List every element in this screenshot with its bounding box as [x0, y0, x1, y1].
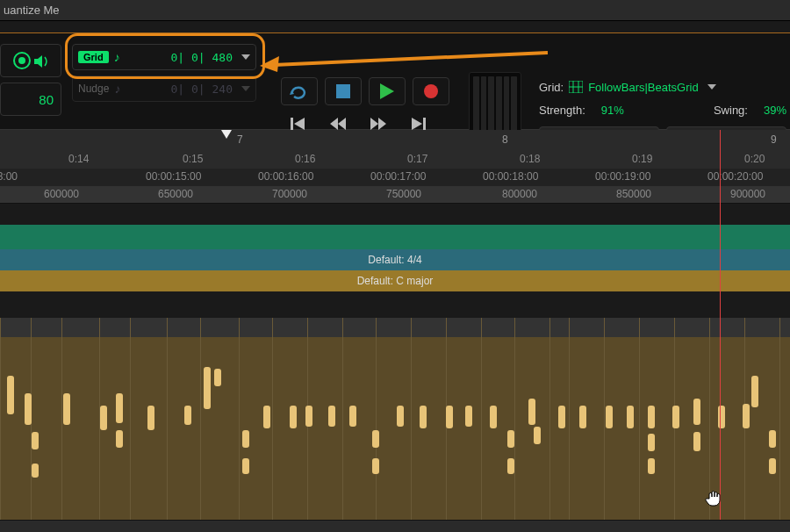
grid-mode-value[interactable]: FollowBars|BeatsGrid [588, 81, 698, 94]
midi-note[interactable] [116, 393, 123, 423]
loop-marker-icon[interactable] [221, 130, 232, 139]
speaker-icon[interactable] [32, 54, 48, 67]
midi-note[interactable] [63, 393, 70, 425]
grid-line [0, 318, 1, 520]
time-signature-track[interactable]: Default: 4/4 [0, 249, 790, 270]
midi-note[interactable] [751, 376, 758, 407]
level-meter [469, 72, 521, 137]
midi-note[interactable] [534, 427, 541, 444]
midi-note[interactable] [305, 406, 312, 427]
timecode-ruler[interactable]: 0:13:0000:00:15:0000:00:16:0000:00:17:00… [0, 169, 790, 186]
midi-note[interactable] [290, 406, 297, 428]
seconds-ruler[interactable]: 0:140:150:160:170:180:190:20 [0, 151, 790, 169]
midi-note[interactable] [397, 406, 404, 427]
grid-line [639, 318, 640, 520]
midi-note[interactable] [242, 430, 249, 448]
grid-line [200, 318, 201, 520]
status-bar [0, 520, 790, 532]
midi-note[interactable] [204, 367, 211, 409]
track-gap [0, 291, 790, 318]
midi-note[interactable] [328, 406, 335, 427]
midi-note[interactable] [693, 399, 700, 425]
midi-note[interactable] [693, 432, 700, 451]
midi-note[interactable] [648, 406, 655, 428]
loop-button[interactable] [281, 77, 318, 105]
midi-note[interactable] [100, 406, 107, 430]
midi-note[interactable] [372, 458, 379, 474]
midi-note[interactable] [263, 406, 270, 428]
grid-line [779, 318, 780, 520]
midi-note[interactable] [32, 432, 39, 449]
midi-note[interactable] [465, 406, 472, 427]
chevron-down-icon[interactable] [707, 84, 716, 90]
track-lane-green[interactable] [0, 225, 790, 249]
click-icon[interactable] [13, 52, 31, 69]
midi-note[interactable] [349, 406, 356, 427]
midi-note[interactable] [579, 406, 586, 428]
chevron-down-icon [241, 54, 250, 60]
midi-note[interactable] [446, 406, 453, 428]
svg-rect-0 [336, 84, 350, 98]
click-speaker-row [0, 44, 61, 77]
midi-note[interactable] [147, 406, 154, 430]
midi-header [0, 318, 790, 337]
bar-ruler[interactable]: 789 [0, 130, 790, 151]
tempo-value: 80 [39, 92, 54, 107]
play-button[interactable] [369, 77, 406, 105]
grid-selector[interactable]: Grid ♪ 0| 0| 480 [72, 44, 256, 70]
note-icon: ♪ [114, 82, 120, 96]
grid-label: Grid [78, 51, 109, 63]
midi-note[interactable] [507, 458, 514, 474]
midi-note[interactable] [648, 434, 655, 451]
record-button[interactable] [413, 77, 449, 105]
bar-number: 8 [502, 133, 508, 146]
midi-note[interactable] [672, 406, 679, 428]
strength-label: Strength: [539, 104, 585, 117]
midi-note[interactable] [420, 406, 427, 428]
midi-note[interactable] [627, 406, 634, 428]
grid-icon[interactable] [569, 81, 583, 93]
midi-note[interactable] [372, 430, 379, 448]
grid-line [342, 318, 343, 520]
grid-line [239, 318, 240, 520]
stop-button[interactable] [325, 77, 362, 105]
strength-value[interactable]: 91% [601, 104, 624, 117]
grid-line [514, 318, 515, 520]
midi-note[interactable] [648, 458, 655, 474]
midi-note[interactable] [116, 430, 123, 448]
midi-note[interactable] [769, 458, 776, 474]
window-title: uantize Me [0, 0, 790, 21]
bar-number: 7 [237, 133, 243, 146]
bar-number: 9 [771, 133, 777, 146]
midi-note[interactable] [528, 399, 535, 425]
swing-value[interactable]: 39% [764, 104, 786, 117]
midi-note[interactable] [606, 406, 613, 428]
nudge-selector[interactable]: Nudge ♪ 0| 0| 240 [72, 75, 256, 102]
midi-note[interactable] [214, 369, 221, 386]
midi-note[interactable] [490, 406, 497, 428]
transport-controls [281, 77, 449, 105]
samples-ruler[interactable]: 6000006500007000007500008000008500009000… [0, 186, 790, 204]
midi-note[interactable] [507, 430, 514, 448]
grid-line [569, 318, 570, 520]
midi-note[interactable] [558, 406, 565, 428]
nudge-value: 0| 0| 240 [171, 83, 233, 96]
timeline-ruler[interactable]: 789 0:140:150:160:170:180:190:20 0:13:00… [0, 130, 790, 204]
key-track[interactable]: Default: C major [0, 270, 790, 291]
timecode-label: 00:00:18:00 [483, 170, 538, 183]
nudge-label: Nudge [78, 83, 109, 95]
midi-note[interactable] [32, 464, 39, 478]
timecode-label: 00:00:16:00 [258, 170, 313, 183]
midi-note[interactable] [769, 430, 776, 448]
midi-note[interactable] [242, 458, 249, 474]
playhead[interactable] [720, 130, 721, 520]
midi-note[interactable] [184, 406, 191, 425]
grid-line [167, 318, 168, 520]
note-icon: ♪ [114, 50, 120, 64]
grid-nudge-group: Grid ♪ 0| 0| 480 Nudge ♪ 0| 0| 240 [72, 44, 256, 107]
midi-note[interactable] [25, 393, 32, 425]
midi-editor[interactable] [0, 318, 790, 520]
midi-note[interactable] [7, 376, 14, 414]
tempo-field[interactable]: 80 [0, 83, 61, 116]
midi-note[interactable] [743, 404, 750, 428]
